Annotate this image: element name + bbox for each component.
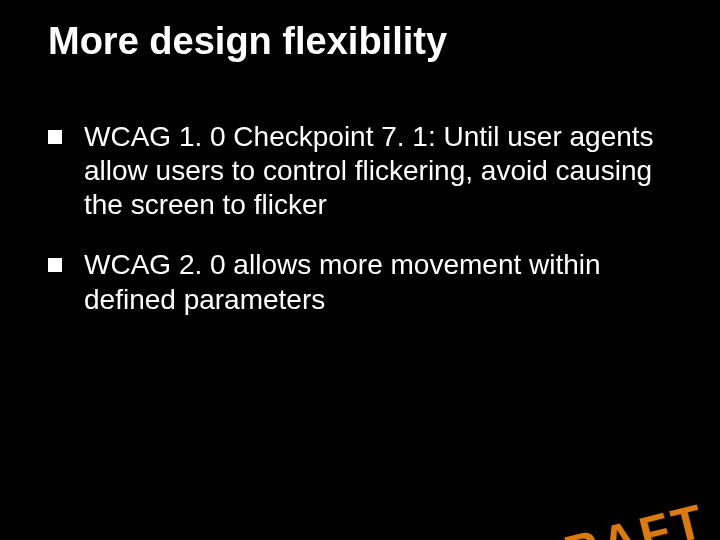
slide-body: WCAG 1. 0 Checkpoint 7. 1: Until user ag… [48,120,696,343]
list-item: WCAG 1. 0 Checkpoint 7. 1: Until user ag… [48,120,696,222]
bullet-list: WCAG 1. 0 Checkpoint 7. 1: Until user ag… [48,120,696,317]
square-bullet-icon [48,258,62,272]
list-item: WCAG 2. 0 allows more movement within de… [48,248,696,316]
slide: More design flexibility WCAG 1. 0 Checkp… [0,0,720,540]
square-bullet-icon [48,130,62,144]
draft-watermark: DRAFT [521,493,712,540]
bullet-text: WCAG 1. 0 Checkpoint 7. 1: Until user ag… [84,121,654,220]
bullet-text: WCAG 2. 0 allows more movement within de… [84,249,601,314]
slide-title: More design flexibility [48,20,680,63]
